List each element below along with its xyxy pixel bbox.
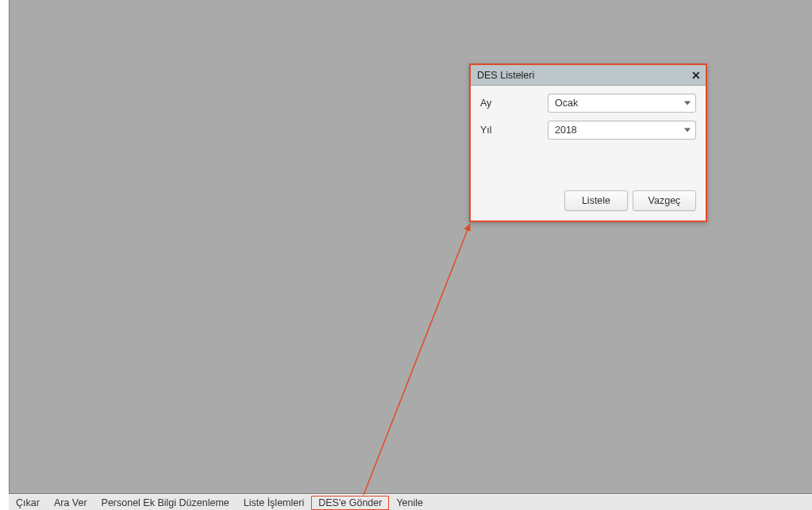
chevron-down-icon — [684, 128, 691, 132]
list-button[interactable]: Listele — [564, 190, 628, 211]
bottom-toolbar: Çıkar Ara Ver Personel Ek Bilgi Düzenlem… — [9, 495, 812, 510]
close-icon[interactable]: ✕ — [691, 70, 701, 81]
toolbar-item-personel[interactable]: Personel Ek Bilgi Düzenleme — [94, 496, 237, 510]
year-value: 2018 — [555, 125, 577, 136]
month-label: Ay — [480, 98, 548, 109]
toolbar-item-liste[interactable]: Liste İşlemleri — [237, 496, 311, 510]
toolbar-item-cikar[interactable]: Çıkar — [9, 496, 47, 510]
year-select[interactable]: 2018 — [548, 121, 696, 140]
toolbar-item-des-gonder[interactable]: DES'e Gönder — [311, 496, 389, 510]
dialog-titlebar[interactable]: DES Listeleri ✕ — [471, 65, 706, 86]
dialog-button-row: Listele Vazgeç — [564, 190, 696, 211]
month-row: Ay Ocak — [480, 94, 696, 113]
year-row: Yıl 2018 — [480, 121, 696, 140]
toolbar-item-yenile[interactable]: Yenile — [389, 496, 430, 510]
dialog-body: Ay Ocak Yıl 2018 Listele Vazgeç — [471, 86, 706, 220]
cancel-button[interactable]: Vazgeç — [633, 190, 696, 211]
toolbar-item-araver[interactable]: Ara Ver — [47, 496, 94, 510]
month-value: Ocak — [555, 98, 578, 109]
dialog-title-text: DES Listeleri — [477, 70, 534, 81]
month-select[interactable]: Ocak — [548, 94, 696, 113]
chevron-down-icon — [684, 102, 691, 105]
year-label: Yıl — [480, 125, 548, 136]
des-listeleri-dialog: DES Listeleri ✕ Ay Ocak Yıl 2018 Listele… — [469, 63, 707, 222]
